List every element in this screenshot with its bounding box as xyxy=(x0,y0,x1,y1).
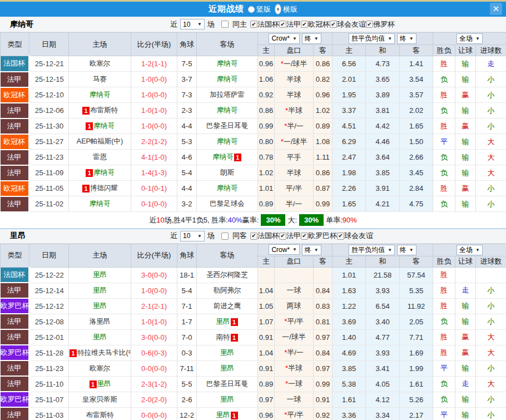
away-team[interactable]: 勒阿弗尔 xyxy=(214,286,241,294)
corners-text: 0-3 xyxy=(182,349,192,357)
away-team[interactable]: 圣西尔柯隆芝 xyxy=(206,271,248,279)
home-team[interactable]: 里昂 xyxy=(93,271,107,279)
home-team[interactable]: 摩纳哥 xyxy=(93,169,115,176)
home-team[interactable]: AEP帕福斯(中) xyxy=(77,137,123,145)
final-odds-select[interactable]: 终▼ xyxy=(302,245,321,255)
away-team[interactable]: 里昂 xyxy=(216,318,230,325)
league-checkbox[interactable]: ✔ xyxy=(337,233,344,240)
away-team[interactable]: 摩纳哥 xyxy=(212,153,234,161)
away-team[interactable]: 里昂 xyxy=(220,396,234,403)
home-team[interactable]: 里昂 xyxy=(93,286,107,294)
home-team-cell: 1摩纳哥1 xyxy=(69,87,131,103)
league-checkbox[interactable]: ✔ xyxy=(301,21,308,28)
away-team[interactable]: 摩纳哥 xyxy=(217,60,238,67)
handicap-result-text: 输 xyxy=(462,169,469,177)
away-team[interactable]: 里昂 xyxy=(216,411,230,419)
goals-result-text: 大 xyxy=(488,153,495,161)
home-team-cell: 1布雷斯特1 xyxy=(69,407,131,420)
final-wdl-select[interactable]: 终▼ xyxy=(397,245,416,255)
final-wdl-select[interactable]: 终▼ xyxy=(397,33,416,44)
away-team[interactable]: 朗斯 xyxy=(220,169,234,176)
away-team[interactable]: 里昂 xyxy=(220,349,234,357)
away-team[interactable]: 巴黎足球会 xyxy=(210,200,245,207)
handicap-text: 半/一 xyxy=(287,348,304,357)
home-team[interactable]: 马赛 xyxy=(93,75,107,83)
competition-cell: 欧罗巴杯 xyxy=(1,345,29,360)
rank-1-badge: 1 xyxy=(82,185,90,192)
away-team[interactable]: 摩纳哥 xyxy=(217,106,238,114)
away-team[interactable]: 巴黎圣日耳曼 xyxy=(206,122,248,130)
fulltime-select[interactable]: 全场▼ xyxy=(457,245,483,255)
result-text: 胜 xyxy=(440,60,448,68)
avg-lose-odds: 2.17 xyxy=(409,411,423,419)
away-team[interactable]: 摩纳哥 xyxy=(217,75,238,83)
home-team[interactable]: 布雷斯特 xyxy=(90,106,118,114)
league-checkbox[interactable]: ✔ xyxy=(301,233,308,240)
away-team[interactable]: 里昂 xyxy=(220,364,234,372)
summary-part: 近 xyxy=(149,215,156,225)
home-team[interactable]: 特拉维夫马卡比(中) xyxy=(77,349,131,357)
same-venue-checkbox[interactable] xyxy=(221,233,229,240)
filters-bar: 近 10▼ 场 同客 ✔法国杯✔法甲✔欧罗巴杯✔球会友谊 xyxy=(170,231,373,241)
wdl-average-select[interactable]: 胜平负均值▼ xyxy=(349,245,395,255)
avg-win-odds: 3.37 xyxy=(342,106,356,115)
avg-draw-odds: 3.93 xyxy=(375,349,389,357)
away-team[interactable]: 加拉塔萨雷 xyxy=(210,91,245,98)
home-team[interactable]: 里昂 xyxy=(97,380,111,388)
handicap-result-text: 输 xyxy=(462,302,469,310)
avg-draw-cell: 3.91 xyxy=(366,181,400,196)
radio-vertical-layout[interactable] xyxy=(248,6,255,13)
home-team[interactable]: 欧塞尔 xyxy=(90,364,111,372)
avg-draw-cell: 4.46 xyxy=(366,134,400,150)
home-team[interactable]: 里昂 xyxy=(93,333,107,341)
home-team[interactable]: 摩纳哥 xyxy=(90,91,111,98)
league-checkbox[interactable]: ✔ xyxy=(250,233,257,240)
radio-horizontal-layout[interactable] xyxy=(275,4,281,14)
handicap-cell: *半球 xyxy=(275,103,314,118)
goals-result-cell: 大 xyxy=(476,345,506,360)
away-team[interactable]: 摩纳哥 xyxy=(217,184,238,192)
subcol-handicap-result: 让球 xyxy=(455,256,476,267)
league-checkbox[interactable]: ✔ xyxy=(279,233,286,240)
avg-draw-cell: 3.93 xyxy=(366,345,400,360)
fulltime-select[interactable]: 全场▼ xyxy=(457,33,483,44)
score-cell: 2-3(1-2) xyxy=(131,376,177,392)
away-team[interactable]: 巴黎圣日耳曼 xyxy=(206,380,248,388)
goals-result-text: 小 xyxy=(488,411,495,419)
close-button[interactable]: ✕ xyxy=(490,3,502,15)
away-team[interactable]: 摩纳哥 xyxy=(217,137,238,145)
home-team[interactable]: 博德闪耀 xyxy=(90,184,118,192)
odds-company-select[interactable]: Crow*▼ xyxy=(269,33,300,44)
league-checkbox[interactable]: ✔ xyxy=(330,21,337,28)
col-header-score: 比分(半场) xyxy=(131,244,177,267)
home-team[interactable]: 皇家贝蒂斯 xyxy=(82,396,117,403)
home-team[interactable]: 里昂 xyxy=(93,302,107,310)
home-team[interactable]: 摩纳哥 xyxy=(90,200,111,207)
score-cell: 1-0(0-0) xyxy=(131,118,177,134)
rank-1-badge: 1 xyxy=(86,122,93,130)
home-odds-cell: 1.06 xyxy=(258,72,275,87)
col-header-date: 日期 xyxy=(29,244,69,267)
avg-lose-odds: 7.71 xyxy=(409,333,423,342)
league-checkbox[interactable]: ✔ xyxy=(366,21,373,28)
home-team[interactable]: 布雷斯特 xyxy=(86,411,114,419)
home-team[interactable]: 洛里昂 xyxy=(90,318,111,325)
result-text: 负 xyxy=(440,395,448,403)
wdl-average-select[interactable]: 胜平负均值▼ xyxy=(349,33,395,44)
avg-win-cell: 2.26 xyxy=(333,181,366,196)
league-checkbox[interactable]: ✔ xyxy=(279,21,286,28)
match-count-select[interactable]: 10▼ xyxy=(180,19,205,29)
home-team[interactable]: 雷恩 xyxy=(93,153,107,161)
same-venue-checkbox[interactable] xyxy=(221,21,229,28)
away-odds-cell xyxy=(314,267,333,283)
odds-company-select[interactable]: Crow*▼ xyxy=(269,244,300,255)
league-checkbox[interactable]: ✔ xyxy=(250,21,257,28)
home-team[interactable]: 欧塞尔 xyxy=(90,60,111,67)
home-odds-cell: 0.99 xyxy=(258,118,275,134)
home-team[interactable]: 摩纳哥 xyxy=(93,122,115,130)
match-count-select[interactable]: 10▼ xyxy=(180,231,205,241)
rank-1-badge: 1 xyxy=(231,318,238,326)
away-team[interactable]: 前进之鹰 xyxy=(214,302,241,310)
away-team[interactable]: 南特 xyxy=(216,333,230,341)
final-odds-select[interactable]: 终▼ xyxy=(302,33,321,44)
